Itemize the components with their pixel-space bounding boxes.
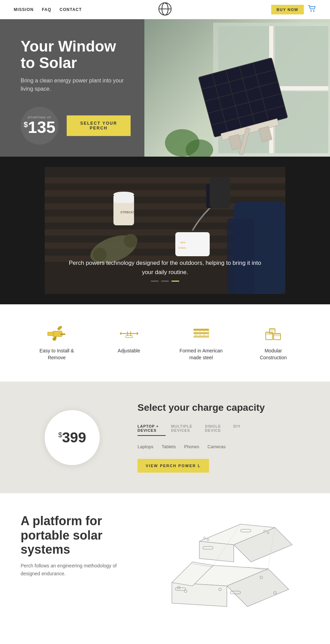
svg-rect-8: [275, 26, 328, 88]
feature-install-label: Easy to Install & Remove: [34, 348, 79, 361]
device-tag-cameras: Cameras: [208, 444, 226, 449]
hero-title: Your Window to Solar: [21, 38, 131, 71]
nav-mission[interactable]: Mission: [14, 7, 34, 12]
tab-laptop-devices[interactable]: LAPTOP +DEVICES: [138, 421, 166, 436]
logo[interactable]: [158, 2, 172, 18]
svg-rect-56: [57, 326, 63, 331]
svg-point-5: [313, 10, 315, 12]
capacity-price: $399: [58, 430, 86, 445]
feature-modular-label: Modular Construction: [251, 348, 296, 361]
svg-rect-73: [274, 334, 280, 336]
svg-rect-43: [175, 232, 210, 256]
svg-rect-61: [130, 331, 131, 336]
buy-now-button[interactable]: BUY NOW: [271, 5, 304, 14]
svg-text:Voltaic: Voltaic: [178, 246, 186, 249]
hero-price-block: STARTING AT $135 SELECT YOUR PERCH: [21, 107, 131, 145]
svg-rect-67: [199, 329, 201, 338]
svg-text:STRBCKS: STRBCKS: [120, 211, 135, 214]
svg-rect-54: [54, 337, 56, 339]
drill-icon: [46, 325, 67, 342]
svg-rect-49: [227, 218, 254, 294]
capacity-tabs: LAPTOP +DEVICES MULTIPLEDEVICES SINGLEDE…: [138, 421, 302, 436]
navigation: Mission FAQ Contact BUY NOW: [0, 0, 330, 19]
steel-icon: [191, 325, 211, 342]
outdoor-caption: Perch powers technology designed for the…: [45, 258, 285, 277]
hero-section: Your Window to Solar Bring a clean energ…: [0, 19, 330, 157]
svg-rect-47: [210, 177, 230, 208]
feature-install: Easy to Install & Remove: [34, 325, 79, 361]
platform-section: A platform for portable solar systems Pe…: [0, 493, 330, 644]
slider-dots: [151, 281, 179, 282]
platform-content: A platform for portable solar systems Pe…: [21, 514, 131, 577]
capacity-title: Select your charge capacity: [138, 402, 302, 413]
capacity-content: Select your charge capacity LAPTOP +DEVI…: [138, 402, 302, 473]
svg-rect-52: [60, 334, 65, 335]
tab-single-device[interactable]: SINGLEDEVICE: [205, 421, 228, 436]
hero-image: [144, 19, 330, 157]
platform-illustration: [144, 514, 309, 631]
nav-contact[interactable]: Contact: [59, 7, 82, 12]
svg-marker-59: [137, 332, 139, 335]
outdoor-image: STRBCKS eco Voltaic Perch powers technol…: [45, 167, 285, 294]
price-dollar: $: [24, 120, 28, 129]
svg-text:eco: eco: [180, 241, 185, 244]
nav-faq[interactable]: FAQ: [42, 7, 52, 12]
device-tag-tablets: Tablets: [162, 444, 176, 449]
feature-adjustable: Adjustable: [107, 325, 151, 361]
device-tag-phones: Phones: [184, 444, 199, 449]
tab-multiple-devices[interactable]: MULTIPLEDEVICES: [171, 421, 199, 436]
capacity-price-block: $399: [28, 410, 117, 465]
dot-3[interactable]: [172, 281, 179, 282]
svg-point-42: [124, 234, 138, 248]
feature-adjustable-label: Adjustable: [118, 348, 140, 354]
svg-rect-62: [126, 336, 132, 338]
feature-modular: Modular Construction: [251, 325, 296, 361]
adjust-icon: [119, 325, 139, 342]
platform-desc: Perch follows an engineering methodology…: [21, 562, 131, 577]
svg-marker-58: [120, 332, 121, 335]
select-perch-button[interactable]: SELECT YOUR PERCH: [67, 115, 131, 136]
platform-title: A platform for portable solar systems: [21, 514, 131, 556]
svg-rect-60: [127, 331, 128, 336]
capacity-section: $399 Select your charge capacity LAPTOP …: [0, 382, 330, 493]
svg-rect-29: [45, 177, 285, 183]
cart-icon[interactable]: [308, 5, 316, 14]
device-tag-laptops: Laptops: [138, 444, 153, 449]
feature-steel-label: Formed in American made steel: [179, 348, 223, 361]
svg-point-4: [310, 10, 312, 12]
capacity-dollar: $: [58, 431, 62, 439]
svg-rect-51: [47, 332, 54, 336]
device-tags: Laptops Tablets Phones Cameras: [138, 444, 302, 449]
hero-subtitle: Bring a clean energy power plant into yo…: [21, 77, 131, 93]
features-section: Easy to Install & Remove Adjustable: [0, 304, 330, 382]
svg-rect-30: [45, 190, 285, 196]
svg-rect-68: [204, 329, 205, 338]
svg-point-38: [113, 192, 134, 197]
outdoor-section: STRBCKS eco Voltaic Perch powers technol…: [0, 157, 330, 304]
dot-1[interactable]: [151, 281, 158, 282]
modular-icon: [263, 325, 284, 342]
hero-price: $135: [24, 119, 55, 136]
price-circle: STARTING AT $135: [21, 107, 58, 145]
hero-content: Your Window to Solar Bring a clean energ…: [0, 19, 144, 157]
dot-2[interactable]: [161, 281, 169, 282]
view-perch-power-button[interactable]: VIEW PERCH POWER L: [138, 459, 209, 473]
svg-rect-66: [195, 329, 197, 338]
nav-right: BUY NOW: [271, 5, 316, 14]
svg-rect-69: [208, 329, 209, 338]
tab-diy[interactable]: DIY: [233, 421, 248, 436]
feature-steel: Formed in American made steel: [179, 325, 223, 361]
svg-rect-75: [270, 329, 275, 331]
svg-point-87: [204, 537, 206, 539]
nav-links: Mission FAQ Contact: [14, 7, 82, 12]
capacity-circle: $399: [45, 410, 100, 465]
